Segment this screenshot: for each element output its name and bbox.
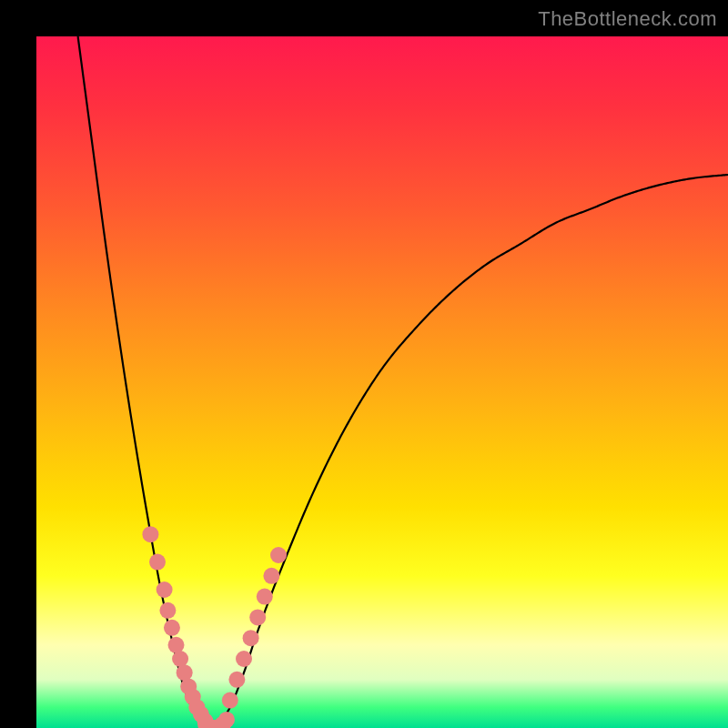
data-point [263,568,279,584]
data-point [257,589,273,605]
curve-left-branch [78,36,209,728]
data-point [149,554,166,571]
watermark-text: TheBottleneck.com [538,7,717,31]
data-point [243,630,259,646]
data-point [159,602,176,619]
chart-container: TheBottleneck.com [0,0,728,728]
data-point [249,609,266,625]
data-point [228,672,245,688]
data-point [270,547,287,563]
data-point [157,581,173,598]
curve-right-branch [217,175,728,728]
data-point [222,693,238,709]
data-point [164,620,180,636]
data-point [168,637,185,653]
data-point [172,651,188,667]
data-point [218,712,235,728]
data-point [236,651,252,667]
data-point [177,664,193,681]
data-point [142,526,158,542]
chart-curves [36,36,728,728]
